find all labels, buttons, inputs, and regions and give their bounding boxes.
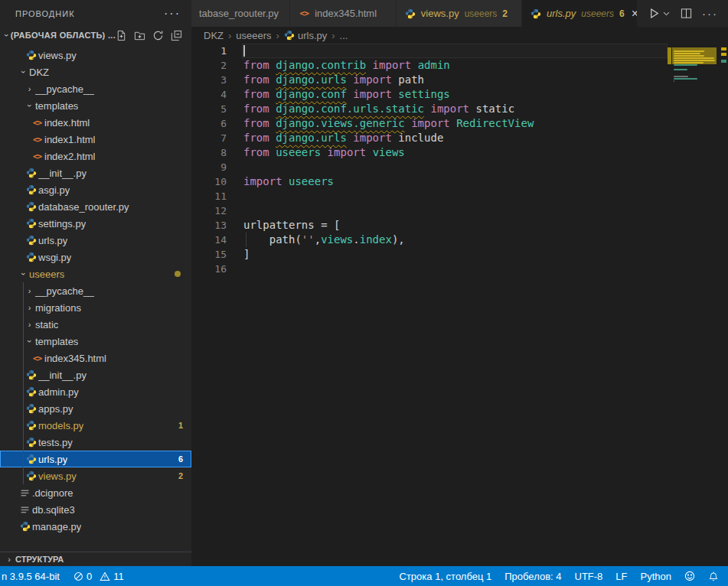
tab-index345-html[interactable]: <>index345.html <box>290 0 397 27</box>
tree-item-index345-html[interactable]: <>index345.html <box>0 350 191 366</box>
tree-item-manage-py[interactable]: manage.py <box>0 518 191 535</box>
code-line-8[interactable]: from useeers import views <box>243 145 668 160</box>
run-python-file-button[interactable] <box>648 7 671 20</box>
tree-item-db-sqlite3[interactable]: db.sqlite3 <box>0 501 191 518</box>
code-line-14[interactable]: path('',views.index), <box>243 233 668 247</box>
line-number[interactable]: 8 <box>191 145 227 160</box>
code-line-5[interactable]: from django.conf.urls.static import stat… <box>243 102 668 116</box>
minimap[interactable] <box>668 44 720 566</box>
code-content[interactable]: from django.contrib import adminfrom dja… <box>243 44 668 276</box>
breadcrumb-item-urls-py[interactable]: urls.py <box>284 30 327 41</box>
workspace-section-header[interactable]: › (РАБОЧАЯ ОБЛАСТЬ) ... <box>0 27 191 44</box>
more-actions-icon[interactable]: ··· <box>702 7 718 20</box>
line-number[interactable]: 15 <box>191 247 227 262</box>
code-line-7[interactable]: from django.urls import include <box>243 131 668 145</box>
line-number[interactable]: 11 <box>191 189 227 203</box>
html-file-icon: <> <box>31 150 43 162</box>
tab-urls-py[interactable]: urls.pyuseeers6× <box>522 0 638 27</box>
breadcrumb-item--[interactable]: ... <box>340 30 348 41</box>
line-number[interactable]: 16 <box>191 262 227 276</box>
line-number-gutter[interactable]: 12345678910111213141516 <box>191 44 227 276</box>
code-line-3[interactable]: from django.urls import path <box>243 73 668 87</box>
tree-item-dkz[interactable]: ›DKZ <box>0 63 191 80</box>
feedback-smiley-icon[interactable] <box>684 571 695 581</box>
code-line-4[interactable]: from django.conf import settings <box>243 87 668 102</box>
line-number[interactable]: 12 <box>191 203 227 218</box>
python-file-icon <box>25 49 37 61</box>
line-number[interactable]: 13 <box>191 218 227 233</box>
tree-item-urls-py[interactable]: urls.py6 <box>0 451 191 467</box>
tree-item-asgi-py[interactable]: asgi.py <box>0 181 191 198</box>
overview-ruler[interactable] <box>720 44 728 566</box>
line-number[interactable]: 5 <box>191 102 227 116</box>
tree-item-migrations[interactable]: ›migrations <box>0 299 191 316</box>
tree-item--init-py[interactable]: __init__.py <box>0 366 191 383</box>
problems-status[interactable]: 0 11 <box>73 571 124 582</box>
tree-item-apps-py[interactable]: apps.py <box>0 400 191 417</box>
tree-item-admin-py[interactable]: admin.py <box>0 383 191 400</box>
tree-item-urls-py[interactable]: urls.py <box>0 232 191 249</box>
explorer-more-actions-icon[interactable]: ··· <box>164 7 181 21</box>
error-count: 0 <box>87 571 92 582</box>
new-file-icon[interactable] <box>116 30 127 41</box>
line-number[interactable]: 9 <box>191 160 227 174</box>
line-number[interactable]: 1 <box>191 44 227 58</box>
code-line-2[interactable]: from django.contrib import admin <box>243 58 668 73</box>
tree-item--pycache-[interactable]: ›__pycache__ <box>0 282 191 299</box>
close-icon[interactable]: × <box>632 8 638 20</box>
tree-item-label: __init__.py <box>38 168 87 179</box>
tree-item-useeers[interactable]: ›useeers <box>0 265 191 282</box>
code-line-1[interactable] <box>242 44 668 58</box>
code-line-13[interactable]: urlpatterns = [ <box>243 218 668 233</box>
tree-item-settings-py[interactable]: settings.py <box>0 215 191 232</box>
code-line-11[interactable] <box>243 189 668 203</box>
code-line-10[interactable]: import useeers <box>243 174 668 189</box>
outline-section-header[interactable]: › СТРУКТУРА <box>0 552 191 566</box>
tree-item--dcignore[interactable]: .dcignore <box>0 484 191 501</box>
tree-item-index1-html[interactable]: <>index1.html <box>0 131 191 148</box>
tree-item--init-py[interactable]: __init__.py <box>0 164 191 181</box>
tree-item-label: index345.html <box>44 353 106 364</box>
tab-tabase-roouter-py[interactable]: tabase_roouter.py <box>191 0 290 27</box>
tree-item-static[interactable]: ›static <box>0 316 191 333</box>
line-number[interactable]: 7 <box>191 131 227 145</box>
tree-item-index2-html[interactable]: <>index2.html <box>0 148 191 164</box>
tree-item--pycache-[interactable]: ›__pycache__ <box>0 80 191 97</box>
refresh-icon[interactable] <box>152 30 164 41</box>
notifications-bell-icon[interactable] <box>708 571 719 581</box>
eol-status[interactable]: LF <box>615 571 627 582</box>
breadcrumb-item-dkz[interactable]: DKZ <box>204 30 224 41</box>
tree-item-index-html[interactable]: <>index.html <box>0 114 191 131</box>
code-line-15[interactable]: ] <box>243 247 668 262</box>
tree-item-templates[interactable]: ›templates <box>0 333 191 350</box>
line-number[interactable]: 3 <box>191 73 227 87</box>
collapse-all-icon[interactable] <box>171 30 182 41</box>
tree-item-wsgi-py[interactable]: wsgi.py <box>0 249 191 265</box>
cursor-position-status[interactable]: Строка 1, столбец 1 <box>400 571 492 582</box>
breadcrumb-item-useeers[interactable]: useeers <box>236 30 271 41</box>
tab-views-py[interactable]: views.pyuseeers2 <box>397 0 522 27</box>
code-editor[interactable]: 12345678910111213141516 from django.cont… <box>191 44 728 566</box>
split-editor-icon[interactable] <box>681 8 692 19</box>
code-line-6[interactable]: from django.views.generic import Redirec… <box>243 116 668 131</box>
code-line-9[interactable] <box>243 160 668 174</box>
indentation-status[interactable]: Пробелов: 4 <box>504 571 561 582</box>
language-mode-status[interactable]: Python <box>641 571 671 582</box>
tree-item-models-py[interactable]: models.py1 <box>0 417 191 434</box>
tree-item-views-py[interactable]: views.py <box>0 47 191 63</box>
tree-item-templates[interactable]: ›templates <box>0 97 191 114</box>
tree-item-database-roouter-py[interactable]: database_roouter.py <box>0 198 191 215</box>
code-line-16[interactable] <box>243 262 668 276</box>
line-number[interactable]: 14 <box>191 233 227 247</box>
new-folder-icon[interactable] <box>134 30 145 41</box>
python-interpreter-status[interactable]: n 3.9.5 64-bit <box>2 571 60 582</box>
tree-item-views-py[interactable]: views.py2 <box>0 467 191 484</box>
code-line-12[interactable] <box>243 203 668 218</box>
line-number[interactable]: 4 <box>191 87 227 102</box>
tree-item-tests-py[interactable]: tests.py <box>0 434 191 451</box>
line-number[interactable]: 2 <box>191 58 227 73</box>
error-icon <box>73 571 83 581</box>
line-number[interactable]: 6 <box>191 116 227 131</box>
encoding-status[interactable]: UTF-8 <box>575 571 603 582</box>
line-number[interactable]: 10 <box>191 174 227 189</box>
